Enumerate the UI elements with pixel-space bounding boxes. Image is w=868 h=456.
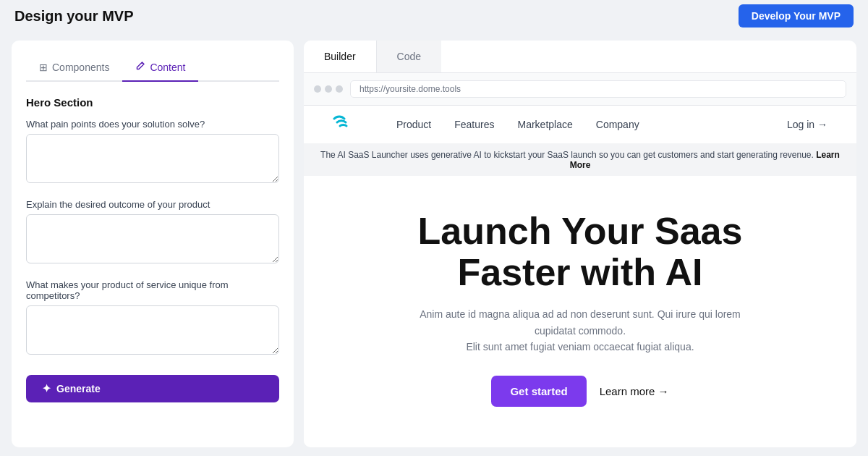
- builder-tabs: Builder Code: [304, 41, 856, 73]
- preview-logo: [333, 114, 353, 135]
- section-label: Hero Section: [26, 96, 279, 109]
- banner-text: The AI SaaS Launcher uses generative AI …: [320, 150, 814, 160]
- preview-content: Product Features Marketplace Company Log…: [304, 106, 856, 447]
- outcome-input[interactable]: [26, 214, 279, 263]
- develop-mvp-button[interactable]: Develop Your MVP: [739, 4, 854, 28]
- browser-dot-green: [336, 85, 343, 93]
- hero-title-line2: Faster with AI: [347, 252, 813, 293]
- left-panel-tabs: ⊞ Components Content: [26, 55, 279, 82]
- form-group-pain-points: What pain points does your solution solv…: [26, 119, 279, 186]
- hero-title: Launch Your Saas Faster with AI: [347, 211, 813, 293]
- top-bar: Design your MVP Develop Your MVP: [0, 0, 868, 32]
- tab-code[interactable]: Code: [377, 41, 441, 72]
- sparkle-icon: ✦: [42, 382, 51, 395]
- nav-login-link[interactable]: Log in →: [787, 119, 827, 130]
- generate-button[interactable]: ✦ Generate: [26, 375, 279, 402]
- nav-link-marketplace[interactable]: Marketplace: [518, 119, 573, 130]
- nav-link-product[interactable]: Product: [396, 119, 431, 130]
- get-started-button[interactable]: Get started: [491, 376, 586, 407]
- browser-dot-yellow: [325, 85, 332, 93]
- unique-label: What makes your product of service uniqu…: [26, 279, 279, 301]
- left-panel: ⊞ Components Content Hero Section What p…: [12, 41, 294, 447]
- preview-banner: The AI SaaS Launcher uses generative AI …: [304, 144, 856, 176]
- nav-link-features[interactable]: Features: [454, 119, 494, 130]
- browser-dot-red: [314, 85, 321, 93]
- pain-points-input[interactable]: [26, 134, 279, 183]
- components-icon: ⊞: [39, 62, 48, 73]
- hero-subtitle: Anim aute id magna aliqua ad ad non dese…: [399, 306, 761, 355]
- hero-title-line1: Launch Your Saas: [347, 211, 813, 252]
- preview-hero: Launch Your Saas Faster with AI Anim aut…: [304, 176, 856, 430]
- tab-components[interactable]: ⊞ Components: [26, 55, 122, 82]
- main-layout: ⊞ Components Content Hero Section What p…: [0, 32, 868, 456]
- nav-link-company[interactable]: Company: [596, 119, 639, 130]
- browser-chrome: https://yoursite.dome.tools: [304, 73, 856, 106]
- tab-content[interactable]: Content: [122, 55, 198, 82]
- preview-nav-links: Product Features Marketplace Company: [396, 119, 787, 130]
- unique-input[interactable]: [26, 305, 279, 355]
- browser-url[interactable]: https://yoursite.dome.tools: [350, 80, 846, 98]
- hero-subtitle-text: Anim aute id magna aliqua ad ad non dese…: [420, 308, 741, 352]
- outcome-label: Explain the desired outcome of your prod…: [26, 199, 279, 210]
- tab-builder[interactable]: Builder: [304, 41, 377, 72]
- right-panel: Builder Code https://yoursite.dome.tools: [304, 41, 856, 447]
- hero-actions: Get started Learn more →: [347, 376, 813, 407]
- page-title: Design your MVP: [14, 8, 133, 25]
- browser-dots: [314, 85, 343, 93]
- content-icon: [135, 61, 145, 73]
- form-group-unique: What makes your product of service uniqu…: [26, 279, 279, 358]
- learn-more-button[interactable]: Learn more →: [600, 385, 669, 397]
- form-group-outcome: Explain the desired outcome of your prod…: [26, 199, 279, 266]
- pain-points-label: What pain points does your solution solv…: [26, 119, 279, 130]
- preview-nav: Product Features Marketplace Company Log…: [304, 106, 856, 144]
